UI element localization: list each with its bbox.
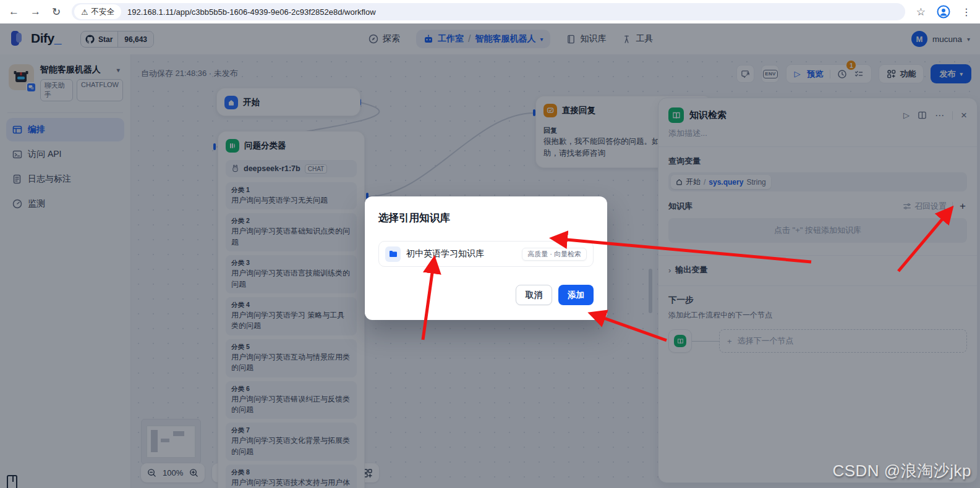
forward-icon[interactable]: → bbox=[30, 6, 41, 18]
url-text: 192.168.1.11/app/c3bb5b5b-1606-4939-9e06… bbox=[127, 7, 376, 17]
knowledge-base-name: 初中英语学习知识库 bbox=[406, 248, 484, 259]
cancel-button[interactable]: 取消 bbox=[516, 285, 552, 305]
folder-icon bbox=[385, 246, 401, 262]
profile-icon[interactable] bbox=[937, 5, 950, 19]
address-bar[interactable]: ⚠ 不安全 192.168.1.11/app/c3bb5b5b-1606-493… bbox=[72, 3, 905, 20]
browser-menu-icon[interactable]: ⋮ bbox=[961, 6, 971, 18]
security-label: 不安全 bbox=[91, 7, 114, 17]
reload-icon[interactable]: ↻ bbox=[52, 6, 61, 19]
add-button[interactable]: 添加 bbox=[558, 285, 594, 305]
security-chip[interactable]: ⚠ 不安全 bbox=[74, 4, 121, 19]
select-knowledge-modal: 选择引用知识库 初中英语学习知识库 高质量 · 向量检索 取消 添加 bbox=[365, 196, 607, 320]
bookmark-star-icon[interactable]: ☆ bbox=[916, 6, 926, 19]
knowledge-base-option[interactable]: 初中英语学习知识库 高质量 · 向量检索 bbox=[378, 241, 594, 267]
warning-icon: ⚠ bbox=[81, 7, 88, 17]
watermark: CSDN @浪淘沙jkp bbox=[832, 460, 971, 482]
modal-title: 选择引用知识库 bbox=[378, 211, 450, 225]
knowledge-base-tag: 高质量 · 向量检索 bbox=[522, 248, 587, 261]
browser-toolbar: ← → ↻ ⚠ 不安全 192.168.1.11/app/c3bb5b5b-16… bbox=[0, 0, 980, 23]
back-icon[interactable]: ← bbox=[9, 6, 19, 18]
